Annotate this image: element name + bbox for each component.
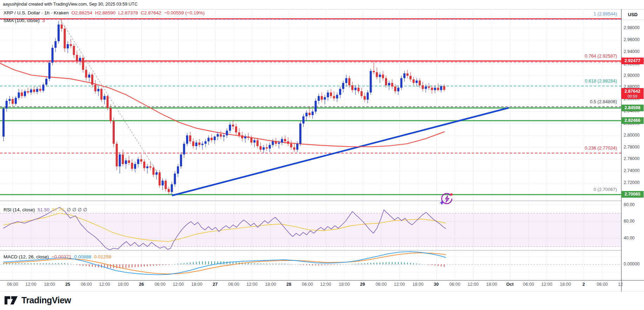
candle bbox=[27, 91, 29, 92]
candle bbox=[42, 85, 44, 91]
chart-plot bbox=[0, 0, 644, 310]
candle bbox=[440, 86, 442, 90]
currency-toggle-button[interactable]: USD bbox=[622, 9, 644, 20]
candle bbox=[275, 141, 277, 144]
time-axis[interactable]: 06:0012:0018:002506:0012:0018:002606:001… bbox=[0, 281, 621, 291]
candle bbox=[367, 92, 369, 99]
candle bbox=[339, 89, 341, 95]
countdown-timer: 00:59 bbox=[621, 94, 644, 98]
time-axis-label: 12:00 bbox=[25, 282, 36, 287]
axis-price-label: 60.00 bbox=[624, 219, 635, 224]
axis-price-label: 2.90000 bbox=[624, 73, 639, 78]
time-axis-label: 06:00 bbox=[81, 282, 92, 287]
time-axis-label: 18:00 bbox=[44, 282, 55, 287]
chart-canvas[interactable] bbox=[0, 9, 621, 280]
price-axis-border bbox=[621, 9, 622, 291]
candle bbox=[18, 92, 20, 98]
candle bbox=[397, 88, 399, 91]
candle bbox=[152, 167, 154, 174]
axis-price-label: 2.78000 bbox=[624, 145, 639, 150]
candle bbox=[186, 136, 188, 144]
time-axis-label: 18:00 bbox=[339, 282, 350, 287]
time-axis-label: 06:00 bbox=[154, 282, 165, 287]
fib-level-label: 0.764 (2.92587) bbox=[0, 53, 617, 59]
candle bbox=[247, 137, 250, 138]
candle bbox=[284, 139, 286, 141]
axis-price-label: 2.96000 bbox=[624, 37, 639, 42]
candle bbox=[406, 73, 409, 76]
candle bbox=[351, 85, 353, 90]
tradingview-logo-mark bbox=[4, 296, 18, 305]
candle bbox=[58, 25, 60, 41]
ohlc-change: −0.00559 (−0.19%) bbox=[164, 10, 205, 15]
candle bbox=[94, 85, 97, 91]
sma-legend[interactable]: SMA (100, close) 3 bbox=[4, 18, 46, 23]
candle bbox=[54, 41, 57, 48]
time-axis-label: 12:00 bbox=[173, 282, 184, 287]
time-axis-label: 06:00 bbox=[7, 282, 18, 287]
rsi-empty-values: ∅ ∅ ∅ ∅ bbox=[67, 207, 87, 212]
candle bbox=[223, 136, 225, 137]
candle bbox=[24, 91, 26, 96]
sma-label: SMA (100, close) bbox=[4, 18, 40, 23]
candle bbox=[253, 140, 255, 143]
candle bbox=[299, 124, 301, 144]
candle bbox=[109, 108, 112, 121]
macd-signal-value: 0.01259 bbox=[94, 254, 111, 259]
rsi-ma-value: 57.75 bbox=[52, 207, 64, 212]
price-badge: 2.84598 bbox=[621, 105, 644, 111]
fib-level-label: 0.618 (2.88284) bbox=[0, 78, 617, 84]
tradingview-logo-text: TradingView bbox=[21, 295, 71, 305]
candle bbox=[373, 71, 375, 72]
time-axis-day-label: 29 bbox=[360, 282, 365, 287]
time-axis-label: 06:00 bbox=[302, 282, 313, 287]
candle bbox=[205, 141, 207, 144]
macd-legend[interactable]: MACD (12, 26, close) −0.00371 0.00888 0.… bbox=[4, 254, 113, 259]
candle bbox=[131, 163, 133, 169]
sma-value: 3 bbox=[42, 18, 45, 23]
candle bbox=[250, 138, 252, 143]
candle bbox=[2, 108, 5, 137]
candle bbox=[379, 74, 381, 77]
candle bbox=[425, 86, 427, 89]
time-axis-label: 06:00 bbox=[228, 282, 239, 287]
ai-refresh-icon[interactable] bbox=[439, 192, 454, 206]
time-axis-label: 18:00 bbox=[265, 282, 276, 287]
candle bbox=[207, 138, 210, 141]
price-badge: 2.70065 bbox=[621, 191, 644, 198]
candle bbox=[287, 141, 289, 144]
notification-dot bbox=[450, 193, 452, 196]
symbol-legend[interactable]: XRP / U.S. Dollar · 1h · Kraken O2.88254… bbox=[4, 10, 206, 15]
candle bbox=[281, 139, 283, 143]
candle bbox=[189, 136, 191, 141]
candle bbox=[201, 144, 204, 145]
rsi-legend[interactable]: RSI (14, close) 51.50 57.75 ∅ ∅ ∅ ∅ bbox=[4, 207, 88, 212]
fib-level-label: 0 (2.70067) bbox=[0, 187, 617, 192]
candle bbox=[241, 136, 243, 138]
axis-price-label: 0.00000 bbox=[624, 262, 639, 266]
time-axis-label: 18:00 bbox=[191, 282, 202, 287]
time-axis-label: 12:00 bbox=[320, 282, 331, 287]
candle bbox=[174, 173, 176, 184]
time-axis-label: 06:00 bbox=[523, 282, 534, 287]
candle bbox=[443, 86, 445, 90]
candle bbox=[180, 154, 182, 166]
candle bbox=[146, 166, 148, 168]
time-axis-day-label: 26 bbox=[139, 282, 144, 287]
fib-level-label: 0.236 (2.77024) bbox=[0, 145, 617, 151]
fib-level-label: 0.5 (2.84806) bbox=[0, 99, 617, 104]
candle bbox=[244, 137, 246, 138]
time-axis-label: 12:00 bbox=[246, 282, 257, 287]
time-axis-label: 12:00 bbox=[99, 282, 110, 287]
time-axis-day-label: 25 bbox=[65, 282, 70, 287]
price-badge: 2.82466 bbox=[621, 117, 644, 124]
candle bbox=[327, 92, 329, 97]
candle bbox=[434, 88, 436, 90]
candle bbox=[155, 172, 158, 175]
candle bbox=[159, 172, 161, 185]
tradingview-logo[interactable]: TradingView bbox=[4, 295, 71, 305]
candle bbox=[140, 159, 142, 162]
candle bbox=[217, 134, 219, 137]
time-axis-day-label: 30 bbox=[434, 282, 439, 287]
sparkle-icon bbox=[439, 200, 444, 205]
